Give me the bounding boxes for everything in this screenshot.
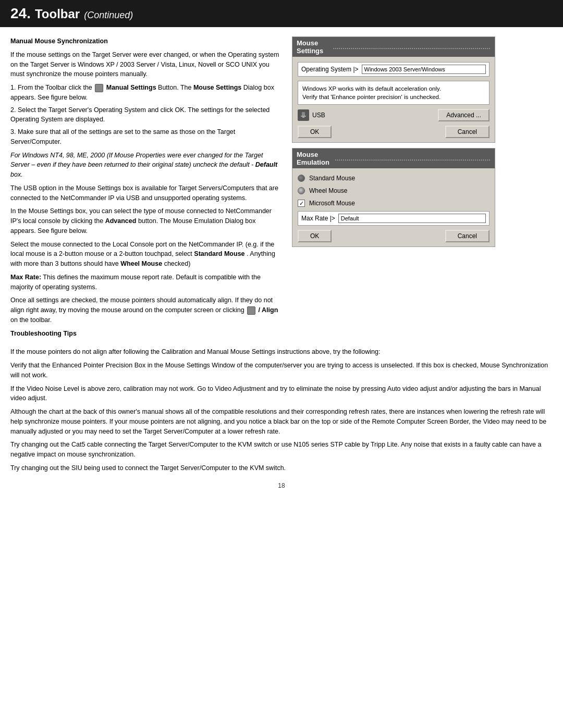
- para7-bold: Max Rate:: [10, 274, 41, 281]
- usb-text: USB: [312, 112, 325, 119]
- usb-icon: [298, 109, 309, 121]
- italic-para: For Windows NT4, 98, ME, 2000 (If Mouse …: [10, 151, 283, 180]
- chapter-continued: (Continued): [84, 10, 133, 21]
- para7-text: This defines the maximum mouse report ra…: [10, 274, 261, 291]
- svg-rect-1: [301, 116, 306, 117]
- max-rate-row: Max Rate |> Default: [298, 211, 489, 226]
- os-value: Windows 2003 Server/Windows: [362, 65, 486, 74]
- chapter-number: 24.: [10, 5, 31, 22]
- section2-heading: Troubleshooting Tips: [10, 329, 283, 339]
- microsoft-mouse-label: Microsoft Mouse: [309, 200, 355, 207]
- mouse-settings-titlebar: Mouse Settings .........................…: [292, 37, 495, 57]
- main-content: Manual Mouse Synchronization If the mous…: [0, 27, 563, 347]
- align-icon: [247, 306, 255, 315]
- para6-end: checked): [164, 260, 191, 267]
- step1-bold2: Mouse Settings: [193, 84, 241, 91]
- para1: If the mouse settings on the Target Serv…: [10, 50, 283, 79]
- emulation-cancel-button[interactable]: Cancel: [445, 230, 489, 242]
- section1-heading: Manual Mouse Synchronization: [10, 36, 283, 46]
- emulation-buttons: OK Cancel: [298, 230, 489, 242]
- steps-list: 1. From the Toolbar click the Manual Set…: [10, 83, 283, 147]
- para8-bold: / Align: [259, 306, 278, 314]
- mouse-settings-dialog: Mouse Settings .........................…: [292, 36, 495, 143]
- para5-bold: Advanced: [105, 217, 137, 225]
- step-1: 1. From the Toolbar click the Manual Set…: [10, 83, 283, 103]
- mouse-emulation-title: Mouse Emulation: [297, 151, 332, 166]
- troubleshooting-section: If the mouse pointers do not align after…: [0, 347, 563, 473]
- mouse-emulation-titlebar: Mouse Emulation ........................…: [292, 149, 495, 168]
- title-dots: ........................................…: [333, 44, 491, 50]
- emulation-title-dots: ........................................…: [335, 156, 491, 162]
- ts-para4: Although the chart at the back of this o…: [10, 407, 553, 436]
- step-2: 2. Select the Target Server's Operating …: [10, 105, 283, 125]
- para7: Max Rate: This defines the maximum mouse…: [10, 273, 283, 292]
- ts-para6: Try changing out the SIU being used to c…: [10, 463, 553, 473]
- os-label: Operating System |>: [301, 66, 359, 73]
- usb-label: USB: [298, 109, 325, 121]
- italic-para-text: For Windows NT4, 98, ME, 2000 (If Mouse …: [10, 152, 263, 169]
- mouse-emulation-body: Standard Mouse Wheel Mouse Microsoft Mou…: [292, 168, 495, 246]
- manual-settings-icon: [95, 84, 103, 92]
- mouse-settings-body: Operating System |> Windows 2003 Server/…: [292, 57, 495, 142]
- para8-text: Once all settings are checked, the mouse…: [10, 297, 273, 314]
- para5: In the Mouse Settings box, you can selec…: [10, 206, 283, 236]
- step2-num: 2.: [10, 106, 18, 114]
- wheel-mouse-row: Wheel Mouse: [298, 186, 489, 195]
- step1-bold1: Manual Settings: [106, 84, 156, 91]
- para6-bold: Standard Mouse: [194, 250, 244, 257]
- italic-para-end: box.: [10, 171, 23, 178]
- step3-num: 3.: [10, 128, 18, 135]
- chapter-title: Toolbar: [35, 7, 80, 21]
- standard-mouse-radio[interactable]: [298, 175, 305, 182]
- ts-para2: Verify that the Enhanced Pointer Precisi…: [10, 361, 553, 380]
- para8-end: on the toolbar.: [10, 316, 52, 324]
- max-rate-label: Max Rate |>: [301, 215, 335, 222]
- max-rate-value: Default: [338, 214, 486, 223]
- svg-rect-2: [302, 117, 304, 118]
- standard-mouse-label: Standard Mouse: [309, 175, 355, 182]
- svg-rect-0: [302, 112, 305, 116]
- ts-para5: Try changing out the Cat5 cable connecti…: [10, 440, 553, 460]
- mouse-emulation-dialog: Mouse Emulation ........................…: [292, 148, 495, 247]
- para6: Select the mouse connected to the Local …: [10, 240, 283, 269]
- usb-advanced-row: USB Advanced ...: [298, 109, 489, 121]
- mouse-settings-buttons: OK Cancel: [298, 126, 489, 138]
- info-box: Windows XP works with its default accele…: [298, 81, 489, 105]
- para6-bold2: Wheel Mouse: [120, 260, 162, 267]
- advanced-button[interactable]: Advanced ...: [438, 109, 489, 121]
- mouse-settings-title: Mouse Settings: [297, 39, 330, 55]
- mouse-settings-cancel-button[interactable]: Cancel: [445, 126, 489, 138]
- step1-num: 1.: [10, 84, 18, 91]
- left-column: Manual Mouse Synchronization If the mous…: [10, 36, 292, 342]
- step-3: 3. Make sure that all of the settings ar…: [10, 127, 283, 147]
- page-number: 18: [0, 477, 563, 495]
- ts-para1: If the mouse pointers do not align after…: [10, 347, 553, 357]
- right-column: Mouse Settings .........................…: [292, 36, 495, 342]
- wheel-mouse-radio[interactable]: [298, 187, 305, 194]
- step2-text: Select the Target Server's Operating Sys…: [10, 106, 270, 124]
- para8: Once all settings are checked, the mouse…: [10, 295, 283, 325]
- info-line2: Verify that 'Enhance pointer precision' …: [302, 93, 485, 101]
- italic-para-bold: Default: [255, 161, 277, 168]
- ts-para3: If the Video Noise Level is above zero, …: [10, 384, 553, 404]
- step1-text-before: From the Toolbar click the: [18, 84, 94, 91]
- standard-mouse-row: Standard Mouse: [298, 174, 489, 183]
- microsoft-mouse-checkbox[interactable]: [298, 200, 305, 207]
- info-line1: Windows XP works with its default accele…: [302, 84, 485, 93]
- page-header: 24. Toolbar (Continued): [0, 0, 563, 27]
- step1-mid: Button. The: [158, 84, 193, 91]
- os-row: Operating System |> Windows 2003 Server/…: [298, 62, 489, 77]
- emulation-ok-button[interactable]: OK: [298, 230, 332, 242]
- mouse-settings-ok-button[interactable]: OK: [298, 126, 332, 138]
- step3-text: Make sure that all of the settings are s…: [10, 128, 235, 145]
- microsoft-mouse-row: Microsoft Mouse: [298, 199, 489, 208]
- wheel-mouse-label: Wheel Mouse: [309, 187, 347, 194]
- para4: The USB option in the Mouse Settings box…: [10, 183, 283, 203]
